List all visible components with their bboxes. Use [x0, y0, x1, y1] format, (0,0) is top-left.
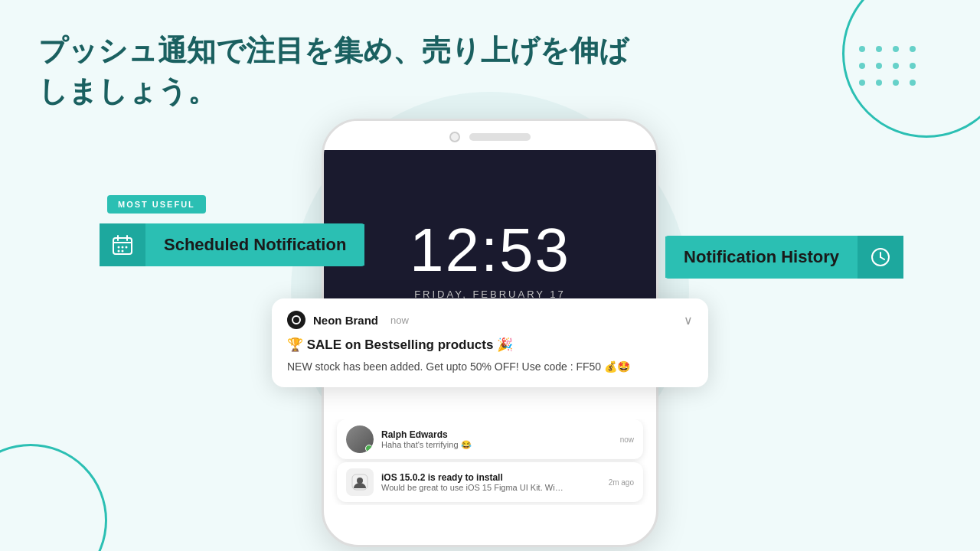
most-useful-badge: MOST USEFUL	[107, 195, 206, 214]
clock-icon	[870, 246, 891, 268]
phone-camera	[449, 132, 460, 142]
mini-notif-body-2: Would be great to use iOS 15 Figma UI Ki…	[381, 483, 565, 492]
scheduled-notification-tag[interactable]: Scheduled Notification	[100, 223, 364, 266]
clock-time: 12:53	[410, 215, 570, 285]
notif-title: 🏆 SALE on Bestselling products 🎉	[287, 337, 693, 353]
mini-notif-time-1: now	[620, 435, 634, 444]
notif-header: Neon Brand now ∨	[287, 311, 693, 329]
notification-popup: Neon Brand now ∨ 🏆 SALE on Bestselling p…	[272, 298, 708, 387]
mini-notif-avatar-1	[346, 425, 374, 453]
scheduled-notification-label: Scheduled Notification	[145, 224, 364, 266]
phone-bottom-notifications: Ralph Edwards Haha that's terrifying 😂 n…	[322, 419, 658, 505]
notif-header-left: Neon Brand now	[287, 311, 409, 329]
notification-history-label: Notification History	[665, 236, 858, 278]
svg-point-6	[126, 246, 128, 249]
mini-notif-title-1: Ralph Edwards	[381, 429, 612, 440]
notif-body: NEW stock has been added. Get upto 50% O…	[287, 359, 693, 375]
phone-top-bar	[324, 121, 656, 150]
notif-app-name: Neon Brand	[313, 314, 378, 327]
mini-notif-2: iOS 15.0.2 is ready to install Would be …	[337, 462, 643, 502]
notif-time: now	[390, 315, 409, 326]
notif-app-icon-inner	[292, 315, 301, 324]
notif-app-icon	[287, 311, 305, 329]
svg-line-11	[880, 257, 884, 259]
bg-circle-bottom-left	[0, 444, 107, 551]
mini-notif-icon-2	[346, 468, 374, 496]
mini-notif-title-2: iOS 15.0.2 is ready to install	[381, 472, 601, 483]
notification-history-icon-box	[858, 236, 903, 279]
svg-point-4	[118, 246, 120, 249]
mini-notif-body-1: Haha that's terrifying 😂	[381, 440, 565, 450]
main-heading: プッシュ通知で注目を集め、売り上げを伸ば しましょう。	[38, 31, 629, 112]
calendar-icon	[112, 234, 133, 256]
svg-point-13	[357, 478, 363, 484]
notification-history-tag[interactable]: Notification History	[665, 236, 903, 279]
svg-point-5	[122, 246, 124, 249]
phone-speaker	[469, 133, 531, 141]
mini-notif-1: Ralph Edwards Haha that's terrifying 😂 n…	[337, 419, 643, 459]
mini-notif-content-2: iOS 15.0.2 is ready to install Would be …	[381, 472, 601, 492]
mini-notif-time-2: 2m ago	[609, 478, 634, 487]
scheduled-notification-icon-box	[100, 223, 145, 266]
svg-point-8	[122, 250, 124, 253]
bg-dots-decoration	[859, 46, 919, 89]
mini-notif-content-1: Ralph Edwards Haha that's terrifying 😂	[381, 429, 612, 450]
svg-point-7	[118, 250, 120, 253]
notif-chevron-icon: ∨	[684, 313, 693, 328]
online-status-dot	[365, 445, 373, 452]
